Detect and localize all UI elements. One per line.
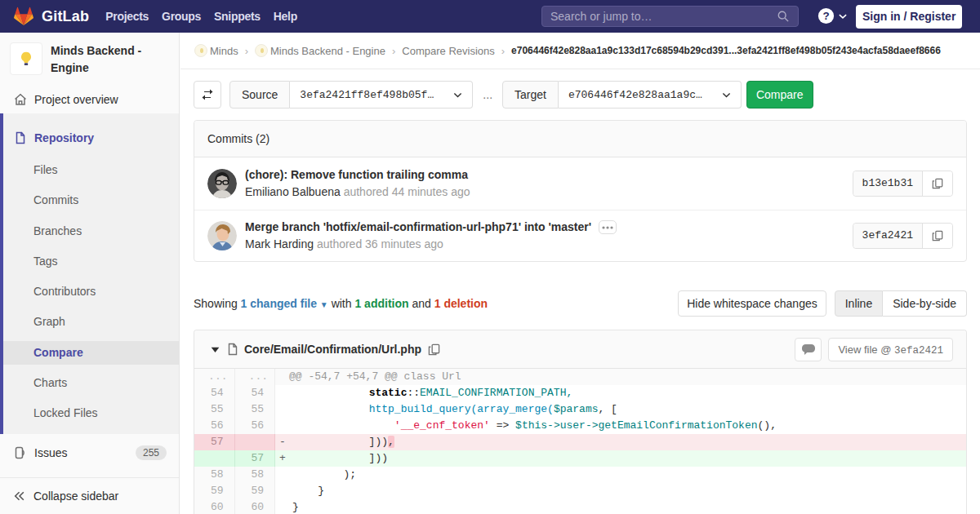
svg-text:?: ?	[822, 10, 829, 22]
